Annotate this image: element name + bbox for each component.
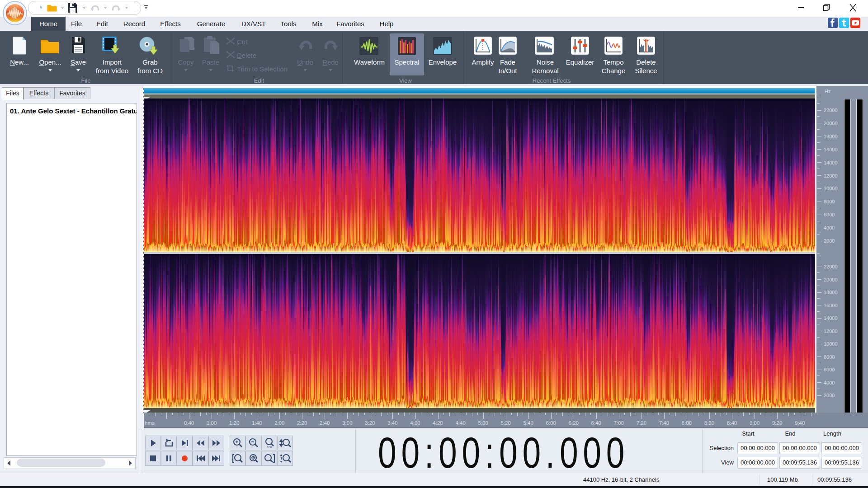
svg-text:100: 100	[267, 446, 272, 449]
